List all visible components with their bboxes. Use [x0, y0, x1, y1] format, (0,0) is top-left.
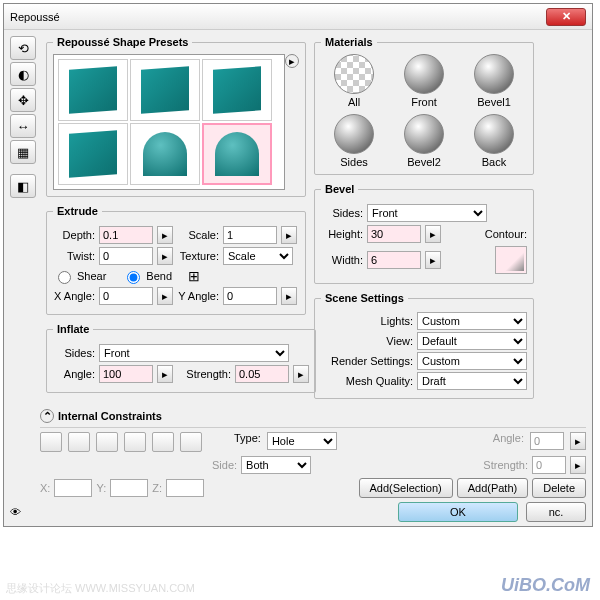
watermark-right: UiBO.CoM: [501, 575, 590, 596]
bevel-height-label: Height:: [321, 228, 363, 240]
ic-side-select[interactable]: Both: [241, 456, 311, 474]
constraints-section: ⌃ Internal Constraints Type: Hole Angle:…: [40, 409, 586, 498]
inflate-strength-stepper[interactable]: ▸: [293, 365, 309, 383]
bevel-sides-select[interactable]: Front: [367, 204, 487, 222]
inflate-angle-label: Angle:: [53, 368, 95, 380]
close-button[interactable]: ✕: [546, 8, 586, 26]
yangle-input[interactable]: [223, 287, 277, 305]
bevel-width-input[interactable]: [367, 251, 421, 269]
titlebar[interactable]: Repoussé ✕: [4, 4, 592, 30]
contour-label: Contour:: [445, 228, 527, 240]
depth-label: Depth:: [53, 229, 95, 241]
lights-select[interactable]: Custom: [417, 312, 527, 330]
preset-3[interactable]: [202, 59, 272, 121]
twist-input[interactable]: [99, 247, 153, 265]
extrude-group: Extrude Depth: ▸ Scale: ▸ Twist: ▸ Textu…: [46, 205, 306, 315]
view-label: View:: [321, 335, 413, 347]
shear-radio[interactable]: Shear: [53, 268, 106, 284]
rotate-tool-icon[interactable]: ⟲: [10, 36, 36, 60]
bevel-sides-label: Sides:: [321, 207, 363, 219]
scale-stepper[interactable]: ▸: [281, 226, 297, 244]
ic-tool-3[interactable]: [96, 432, 118, 452]
constraints-legend: Internal Constraints: [58, 410, 162, 422]
view-select[interactable]: Default: [417, 332, 527, 350]
twist-stepper[interactable]: ▸: [157, 247, 173, 265]
material-bevel1[interactable]: Bevel1: [465, 54, 523, 108]
preset-1[interactable]: [58, 59, 128, 121]
ic-type-label: Type:: [234, 432, 261, 452]
tool-column: ⟲ ◐ ✥ ↔ ▦ ◧: [10, 36, 40, 399]
ic-angle-label: Angle:: [493, 432, 524, 452]
texture-label: Texture:: [177, 250, 219, 262]
repousse-dialog: Repoussé ✕ ⟲ ◐ ✥ ↔ ▦ ◧ Repoussé Shape Pr…: [3, 3, 593, 527]
material-sides[interactable]: Sides: [325, 114, 383, 168]
mesh-select[interactable]: Draft: [417, 372, 527, 390]
ic-tool-4[interactable]: [124, 432, 146, 452]
inflate-sides-select[interactable]: Front: [99, 344, 289, 362]
roll-tool-icon[interactable]: ◐: [10, 62, 36, 86]
scene-group: Scene Settings Lights:Custom View:Defaul…: [314, 292, 534, 399]
ok-button[interactable]: OK: [398, 502, 518, 522]
presets-legend: Repoussé Shape Presets: [53, 36, 192, 48]
yangle-stepper[interactable]: ▸: [281, 287, 297, 305]
slide-tool-icon[interactable]: ↔: [10, 114, 36, 138]
bevel-height-stepper[interactable]: ▸: [425, 225, 441, 243]
expand-icon[interactable]: ⌃: [40, 409, 54, 423]
contour-picker[interactable]: [495, 246, 527, 274]
ic-tool-6[interactable]: [180, 432, 202, 452]
scene-legend: Scene Settings: [321, 292, 408, 304]
preset-5[interactable]: [130, 123, 200, 185]
y-label: Y:: [96, 482, 106, 494]
bevel-height-input[interactable]: [367, 225, 421, 243]
pan-tool-icon[interactable]: ✥: [10, 88, 36, 112]
xangle-input[interactable]: [99, 287, 153, 305]
preset-4[interactable]: [58, 123, 128, 185]
x-label: X:: [40, 482, 50, 494]
ic-angle-input: [530, 432, 564, 450]
material-bevel2[interactable]: Bevel2: [395, 114, 453, 168]
inflate-angle-input[interactable]: [99, 365, 153, 383]
render-label: Render Settings:: [321, 355, 413, 367]
x-input: [54, 479, 92, 497]
ic-tool-1[interactable]: [40, 432, 62, 452]
footer-icon: 👁: [10, 506, 21, 518]
bevel-legend: Bevel: [321, 183, 358, 195]
materials-group: Materials All Front Bevel1 Sides Bevel2 …: [314, 36, 534, 175]
xangle-stepper[interactable]: ▸: [157, 287, 173, 305]
ic-type-select[interactable]: Hole: [267, 432, 337, 450]
bevel-width-stepper[interactable]: ▸: [425, 251, 441, 269]
y-input: [110, 479, 148, 497]
texture-select[interactable]: Scale: [223, 247, 293, 265]
ic-side-label: Side:: [212, 459, 237, 471]
ic-tool-2[interactable]: [68, 432, 90, 452]
depth-input[interactable]: [99, 226, 153, 244]
scale-tool-icon[interactable]: ▦: [10, 140, 36, 164]
scale-label: Scale:: [177, 229, 219, 241]
yangle-label: Y Angle:: [177, 290, 219, 302]
inflate-angle-stepper[interactable]: ▸: [157, 365, 173, 383]
material-back[interactable]: Back: [465, 114, 523, 168]
preset-6-selected[interactable]: [202, 123, 272, 185]
ic-strength-stepper: ▸: [570, 456, 586, 474]
ic-tool-5[interactable]: [152, 432, 174, 452]
cancel-button[interactable]: nc.: [526, 502, 586, 522]
ic-strength-label: Strength:: [483, 459, 528, 471]
mesh-label: Mesh Quality:: [321, 375, 413, 387]
scale-input[interactable]: [223, 226, 277, 244]
material-all[interactable]: All: [325, 54, 383, 108]
material-front[interactable]: Front: [395, 54, 453, 108]
presets-group: Repoussé Shape Presets ▸: [46, 36, 306, 197]
bevel-width-label: Width:: [321, 254, 363, 266]
add-path-button[interactable]: Add(Path): [457, 478, 529, 498]
ic-strength-input: [532, 456, 566, 474]
cube-tool-icon[interactable]: ◧: [10, 174, 36, 198]
preset-2[interactable]: [130, 59, 200, 121]
grid-icon[interactable]: ⊞: [188, 268, 200, 284]
depth-stepper[interactable]: ▸: [157, 226, 173, 244]
delete-button[interactable]: Delete: [532, 478, 586, 498]
render-select[interactable]: Custom: [417, 352, 527, 370]
bend-radio[interactable]: Bend: [122, 268, 172, 284]
inflate-strength-input[interactable]: [235, 365, 289, 383]
add-selection-button[interactable]: Add(Selection): [359, 478, 453, 498]
presets-flyout-icon[interactable]: ▸: [285, 54, 299, 68]
